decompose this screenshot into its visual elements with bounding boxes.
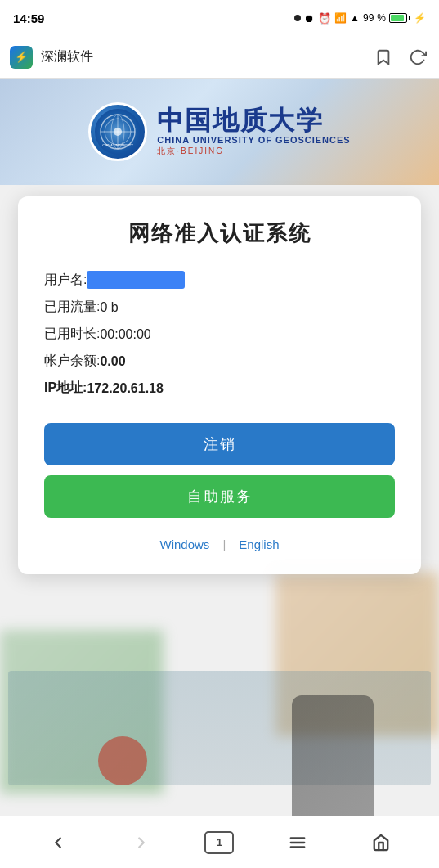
tab-count[interactable]: 1 xyxy=(204,831,234,854)
wifi-icon: ▲ xyxy=(350,12,360,24)
charging-icon: ⚡ xyxy=(414,12,426,24)
footer-divider: | xyxy=(222,537,226,551)
balance-label: 帐户余额: xyxy=(44,353,100,370)
selfservice-button[interactable]: 自助服务 xyxy=(44,475,395,518)
svg-point-5 xyxy=(114,128,122,136)
browser-logo-text: ⚡ xyxy=(15,51,28,63)
username-label: 用户名: xyxy=(44,272,87,289)
screen-record-icon: ⏺ xyxy=(304,12,315,25)
svg-text:CHINA UNIVERSITY: CHINA UNIVERSITY xyxy=(102,143,133,147)
ip-row: IP地址: 172.20.61.18 xyxy=(44,380,395,397)
browser-bar: ⚡ 深澜软件 xyxy=(0,36,439,79)
ip-value: 172.20.61.18 xyxy=(87,381,163,396)
logout-button[interactable]: 注销 xyxy=(44,423,395,465)
duration-label: 已用时长: xyxy=(44,326,100,343)
browser-logo: ⚡ xyxy=(10,46,33,69)
windows-link[interactable]: Windows xyxy=(160,537,210,551)
status-icons: ⏺ ⏰ 📶 ▲ 99% ⚡ xyxy=(294,12,426,25)
logo-inner: CHINA UNIVERSITY xyxy=(95,109,141,155)
duration-value: 00:00:00 xyxy=(100,327,150,342)
refresh-button[interactable] xyxy=(406,46,429,69)
nav-bar: 1 xyxy=(0,816,439,868)
browser-title: 深澜软件 xyxy=(41,48,364,65)
notification-dot-icon xyxy=(294,15,301,21)
status-time: 14:59 xyxy=(13,11,44,25)
footer-links: Windows | English xyxy=(44,537,395,551)
university-location: 北京·BEIJING xyxy=(157,146,224,157)
english-link[interactable]: English xyxy=(239,537,279,551)
battery-icon xyxy=(389,13,410,23)
traffic-value: 0 b xyxy=(100,300,118,315)
bookmark-button[interactable] xyxy=(372,46,395,69)
university-name-block: 中国地质大学 CHINA UNIVERSITY OF GEOSCIENCES 北… xyxy=(157,107,350,157)
university-chinese-name: 中国地质大学 xyxy=(157,107,324,133)
main-card: 网络准入认证系统 用户名: 已用流量: 0 b 已用时长: 00:00:00 帐… xyxy=(18,196,421,574)
username-value xyxy=(87,271,185,289)
university-english-name: CHINA UNIVERSITY OF GEOSCIENCES xyxy=(157,135,350,145)
university-logo: CHINA UNIVERSITY xyxy=(88,102,147,161)
bg-decoration-phone xyxy=(292,695,374,826)
username-row: 用户名: xyxy=(44,271,395,289)
alarm-icon: ⏰ xyxy=(318,12,331,25)
signal-icon: 📶 xyxy=(334,12,347,24)
card-title: 网络准入认证系统 xyxy=(44,219,395,248)
home-button[interactable] xyxy=(361,826,401,859)
battery-percent: 99 xyxy=(363,12,374,24)
traffic-row: 已用流量: 0 b xyxy=(44,299,395,316)
balance-value: 0.00 xyxy=(100,354,125,369)
browser-actions xyxy=(372,46,429,69)
forward-button[interactable] xyxy=(122,826,161,859)
duration-row: 已用时长: 00:00:00 xyxy=(44,326,395,343)
bg-decoration-circle xyxy=(98,736,147,785)
menu-button[interactable] xyxy=(278,826,317,859)
back-button[interactable] xyxy=(38,826,78,859)
status-bar: 14:59 ⏺ ⏰ 📶 ▲ 99% ⚡ xyxy=(0,0,439,36)
header-banner: CHINA UNIVERSITY 中国地质大学 CHINA UNIVERSITY… xyxy=(0,79,439,185)
ip-label: IP地址: xyxy=(44,380,87,397)
balance-row: 帐户余额: 0.00 xyxy=(44,353,395,370)
traffic-label: 已用流量: xyxy=(44,299,100,316)
